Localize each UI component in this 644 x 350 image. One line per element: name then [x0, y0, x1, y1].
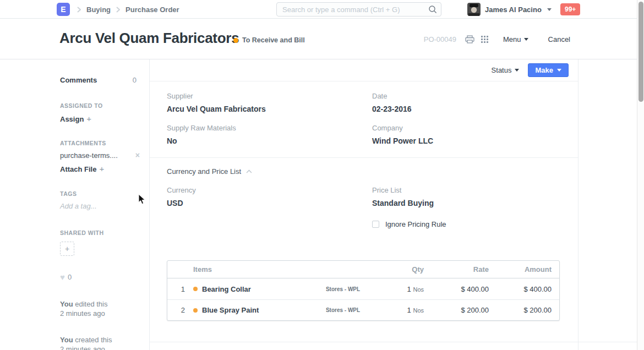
grid-view-icon[interactable]	[480, 35, 490, 45]
activity-action: created this	[75, 336, 112, 344]
page-title: Arcu Vel Quam Fabricators	[59, 30, 239, 47]
notifications-badge[interactable]: 99+	[560, 3, 580, 15]
field-label: Price List	[372, 186, 561, 194]
attachment-row: purchase-terms.... ×	[60, 151, 140, 160]
field-value[interactable]: No	[167, 136, 355, 145]
attachment-link[interactable]: purchase-terms....	[60, 151, 118, 160]
status-dropdown[interactable]: Status	[492, 66, 520, 74]
items-grid-header: Items Qty Rate Amount	[167, 261, 559, 278]
print-icon[interactable]	[464, 34, 476, 45]
sidebar-comments[interactable]: Comments 0	[60, 76, 137, 84]
add-tag-input[interactable]: Add a tag...	[60, 202, 97, 210]
checkbox-label: Ignore Pricing Rule	[385, 220, 446, 228]
attachments-heading: ATTACHMENTS	[60, 140, 106, 146]
item-qty: 1 Nos	[379, 306, 424, 314]
field-price-list: Price List Standard Buying Ignore Pricin…	[372, 186, 561, 228]
document-status: To Receive and Bill	[233, 36, 305, 44]
field-value[interactable]: 02-23-2016	[372, 105, 561, 113]
page-actions: PO-00049 Menu Cancel	[424, 19, 570, 59]
field-supplier: Supplier Arcu Vel Quam Fabricators	[167, 92, 355, 113]
row-index: 2	[167, 306, 193, 314]
table-row[interactable]: 1 Bearing Collar Stores - WPL 1 Nos $ 40…	[167, 278, 559, 299]
scrollbar-thumb[interactable]	[638, 2, 643, 102]
add-share-button[interactable]: +	[60, 242, 74, 256]
activity-action: edited this	[75, 300, 107, 308]
table-row[interactable]: 2 Blue Spray Paint Stores - WPL 1 Nos $ …	[167, 299, 559, 320]
search-input[interactable]	[276, 2, 441, 17]
item-amount: $ 200.00	[489, 306, 552, 314]
document-id: PO-00049	[424, 35, 456, 43]
make-button[interactable]: Make	[528, 63, 569, 77]
app-logo[interactable]: E	[57, 3, 70, 16]
user-name: James Al Pacino	[485, 6, 542, 14]
qty-value: 1	[407, 306, 411, 314]
form-sidebar: Comments 0 ASSIGNED TO Assign+ ATTACHMEN…	[0, 59, 149, 350]
menu-button[interactable]: Menu	[503, 35, 528, 43]
item-amount: $ 400.00	[489, 285, 552, 293]
comments-count: 0	[133, 76, 137, 84]
qty-header: Qty	[379, 265, 424, 274]
qty-uom: Nos	[413, 286, 424, 293]
item-name: Bearing Collar	[202, 285, 251, 293]
status-indicator-dot	[233, 38, 238, 43]
activity-created: You created this 2 minutes ago	[60, 335, 112, 350]
make-button-label: Make	[535, 66, 553, 74]
items-header: Items	[193, 265, 307, 274]
remove-attachment-icon[interactable]: ×	[135, 151, 140, 160]
scrollbar-track[interactable]	[637, 0, 644, 350]
form-body: Status Make Supplier Arcu Vel Quam Fabri…	[149, 59, 578, 350]
field-value[interactable]: Standard Buying	[372, 199, 561, 207]
item-name: Blue Spray Paint	[202, 306, 259, 314]
avatar	[467, 3, 481, 16]
chevron-right-icon	[116, 7, 120, 13]
field-label: Company	[372, 124, 561, 132]
breadcrumb-purchase-order[interactable]: Purchase Order	[125, 6, 179, 14]
attach-file-button[interactable]: Attach File+	[60, 164, 104, 174]
plus-icon: +	[99, 164, 104, 173]
menu-label: Menu	[503, 35, 521, 43]
items-grid: Items Qty Rate Amount 1 Bearing Collar S…	[167, 260, 560, 321]
field-value[interactable]: USD	[167, 199, 355, 207]
field-label: Supplier	[167, 92, 355, 100]
activity-user: You	[60, 300, 73, 308]
global-search	[276, 2, 441, 17]
heart-icon[interactable]: ♥	[60, 272, 65, 282]
item-qty: 1 Nos	[379, 285, 424, 293]
page-head: Arcu Vel Quam Fabricators To Receive and…	[0, 19, 644, 59]
item-warehouse: Stores - WPL	[307, 307, 379, 313]
item-status-dot	[193, 287, 198, 291]
field-supply-raw-materials: Supply Raw Materials No	[167, 124, 355, 145]
chevron-down-icon	[515, 69, 519, 72]
form-toolbar: Status Make	[150, 59, 578, 81]
navbar: E Buying Purchase Order James Al Pacino …	[0, 0, 644, 19]
tags-heading: TAGS	[60, 190, 77, 197]
chevron-down-icon	[557, 69, 561, 72]
breadcrumb-buying[interactable]: Buying	[86, 6, 111, 14]
amount-header: Amount	[489, 265, 552, 274]
form-section-main: Supplier Arcu Vel Quam Fabricators Date …	[150, 81, 578, 158]
field-date: Date 02-23-2016	[372, 92, 561, 113]
cancel-button[interactable]: Cancel	[548, 35, 570, 43]
rate-header: Rate	[424, 265, 489, 274]
chevron-down-icon	[547, 8, 552, 11]
ignore-pricing-rule-checkbox[interactable]	[372, 221, 379, 228]
chevron-right-icon	[77, 7, 81, 13]
activity-user: You	[60, 336, 73, 344]
status-dropdown-label: Status	[492, 66, 512, 74]
item-warehouse: Stores - WPL	[307, 286, 379, 292]
comments-label: Comments	[60, 76, 97, 84]
row-index: 1	[167, 285, 193, 293]
section-collapse-toggle[interactable]: Currency and Price List	[150, 167, 578, 176]
breadcrumb: Buying Purchase Order	[77, 0, 179, 19]
qty-uom: Nos	[413, 307, 424, 314]
field-label: Date	[372, 92, 561, 100]
search-icon[interactable]	[428, 5, 437, 14]
field-value[interactable]: Arcu Vel Quam Fabricators	[167, 105, 355, 113]
attach-file-label: Attach File	[60, 165, 96, 173]
assign-button[interactable]: Assign+	[60, 114, 91, 124]
ignore-pricing-rule-row: Ignore Pricing Rule	[372, 220, 561, 228]
user-menu[interactable]: James Al Pacino	[467, 0, 552, 19]
field-label: Currency	[167, 186, 355, 194]
field-value[interactable]: Wind Power LLC	[372, 136, 561, 145]
form-section-currency: Currency and Price List Currency USD Pri…	[150, 158, 578, 239]
